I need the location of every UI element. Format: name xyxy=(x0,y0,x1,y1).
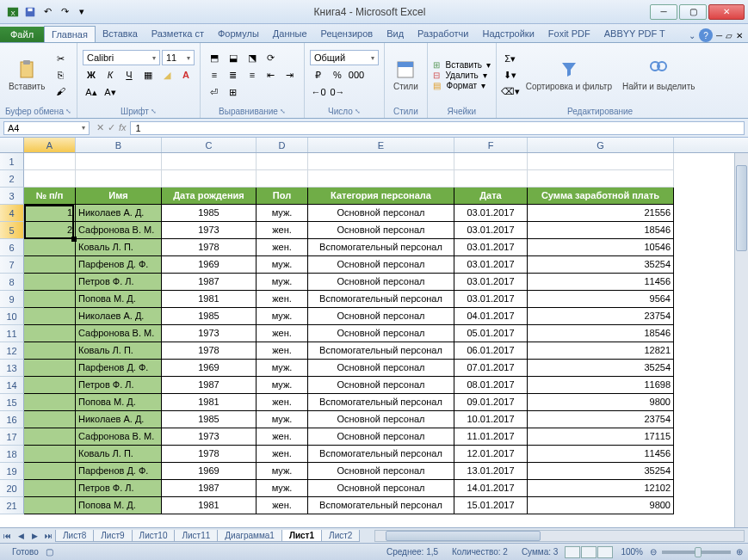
font-name-combo[interactable]: Calibri▾ xyxy=(83,50,160,65)
cell[interactable]: 06.01.2017 xyxy=(454,342,528,360)
cell[interactable]: жен. xyxy=(257,497,308,514)
cell[interactable]: 10.01.2017 xyxy=(454,411,528,428)
row-header-9[interactable]: 9 xyxy=(0,291,24,308)
cell[interactable] xyxy=(24,170,76,188)
cell[interactable]: 35254 xyxy=(528,360,674,377)
align-right-icon[interactable]: ≡ xyxy=(244,67,261,83)
fill-icon[interactable]: ⬇▾ xyxy=(502,67,519,83)
cell[interactable]: Коваль Л. П. xyxy=(76,446,162,463)
cell[interactable]: 23754 xyxy=(528,411,674,428)
increase-font-icon[interactable]: A▴ xyxy=(83,84,100,100)
page-layout-view-button[interactable] xyxy=(581,546,597,558)
cell[interactable]: Петров Ф. Л. xyxy=(76,377,162,394)
autosum-icon[interactable]: Σ▾ xyxy=(502,51,519,66)
cell[interactable]: 11698 xyxy=(528,377,674,394)
zoom-out-button[interactable]: ⊖ xyxy=(650,547,657,557)
cell[interactable]: Основной персонал xyxy=(308,256,454,274)
column-header-A[interactable]: A xyxy=(24,138,76,152)
row-header-7[interactable]: 7 xyxy=(0,256,24,274)
cell[interactable]: Дата рождения xyxy=(162,188,257,205)
cell[interactable]: муж. xyxy=(257,377,308,394)
row-header-21[interactable]: 21 xyxy=(0,497,24,514)
cell[interactable]: Попова М. Д. xyxy=(76,497,162,514)
row-header-6[interactable]: 6 xyxy=(0,239,24,256)
clipboard-dialog-launcher[interactable]: ⤡ xyxy=(65,108,71,115)
row-header-8[interactable]: 8 xyxy=(0,274,24,291)
paste-button[interactable]: Вставить xyxy=(5,58,48,93)
cell[interactable] xyxy=(308,170,454,188)
cell[interactable]: жен. xyxy=(257,325,308,342)
cell[interactable]: 03.01.2017 xyxy=(454,256,528,274)
insert-cells-button[interactable]: ⊞ Вставить ▾ xyxy=(433,60,491,70)
comma-icon[interactable]: 000 xyxy=(348,67,365,83)
cell[interactable] xyxy=(24,394,76,411)
cell[interactable]: 1969 xyxy=(162,256,257,274)
formula-input[interactable]: 1 xyxy=(130,121,745,135)
row-header-1[interactable]: 1 xyxy=(0,153,24,170)
sheet-tab-Лист2[interactable]: Лист2 xyxy=(321,530,360,542)
cell[interactable]: Попова М. Д. xyxy=(76,394,162,411)
cell[interactable]: 1987 xyxy=(162,480,257,497)
cell[interactable]: Имя xyxy=(76,188,162,205)
vertical-scrollbar[interactable] xyxy=(734,153,748,527)
mdi-minimize-icon[interactable]: ─ xyxy=(716,31,722,40)
sheet-tab-Лист10[interactable]: Лист10 xyxy=(132,530,176,542)
align-center-icon[interactable]: ≣ xyxy=(225,67,242,83)
cell[interactable]: 1 xyxy=(24,205,76,222)
cell[interactable]: 12102 xyxy=(528,480,674,497)
increase-indent-icon[interactable]: ⇥ xyxy=(281,67,299,83)
cell[interactable]: 04.01.2017 xyxy=(454,308,528,325)
cell[interactable] xyxy=(24,274,76,291)
cell[interactable] xyxy=(24,446,76,463)
row-header-14[interactable]: 14 xyxy=(0,377,24,394)
row-header-2[interactable]: 2 xyxy=(0,170,24,188)
align-left-icon[interactable]: ≡ xyxy=(206,67,223,83)
row-header-18[interactable]: 18 xyxy=(0,446,24,463)
ribbon-tab-6[interactable]: Вид xyxy=(380,26,411,42)
cell[interactable]: 03.01.2017 xyxy=(454,239,528,256)
cell[interactable]: 23754 xyxy=(528,308,674,325)
cell[interactable]: Николаев А. Д. xyxy=(76,411,162,428)
align-dialog-launcher[interactable]: ⤡ xyxy=(280,108,286,115)
cell[interactable]: Петров Ф. Л. xyxy=(76,274,162,291)
sort-filter-button[interactable]: Сортировка и фильтр xyxy=(522,58,615,93)
cell[interactable]: Вспомогательный персонал xyxy=(308,342,454,360)
italic-button[interactable]: К xyxy=(102,67,119,83)
cell[interactable]: Сафронова В. М. xyxy=(76,428,162,446)
cell[interactable] xyxy=(24,360,76,377)
align-bottom-icon[interactable]: ⬔ xyxy=(244,50,261,65)
cell[interactable]: Основной персонал xyxy=(308,308,454,325)
column-header-D[interactable]: D xyxy=(257,138,308,152)
ribbon-tab-9[interactable]: Foxit PDF xyxy=(541,26,597,42)
cell[interactable] xyxy=(257,170,308,188)
cell[interactable] xyxy=(162,153,257,170)
row-header-3[interactable]: 3 xyxy=(0,188,24,205)
increase-decimal-icon[interactable]: ←0 xyxy=(310,84,327,100)
cell[interactable]: 2 xyxy=(24,222,76,239)
cell[interactable]: 1981 xyxy=(162,497,257,514)
cell[interactable] xyxy=(24,308,76,325)
cell[interactable]: муж. xyxy=(257,308,308,325)
cell[interactable]: Вспомогательный персонал xyxy=(308,446,454,463)
enter-formula-icon[interactable]: ✓ xyxy=(108,122,115,133)
cell[interactable] xyxy=(24,342,76,360)
cell[interactable]: 1985 xyxy=(162,308,257,325)
cell[interactable]: 11.01.2017 xyxy=(454,428,528,446)
cell[interactable]: 03.01.2017 xyxy=(454,205,528,222)
underline-button[interactable]: Ч xyxy=(121,67,138,83)
row-header-12[interactable]: 12 xyxy=(0,342,24,360)
cancel-formula-icon[interactable]: ✕ xyxy=(96,122,104,133)
save-icon[interactable] xyxy=(22,4,38,20)
sheet-tab-Лист1[interactable]: Лист1 xyxy=(281,530,322,542)
cell[interactable]: 12.01.2017 xyxy=(454,446,528,463)
ribbon-tab-0[interactable]: Главная xyxy=(44,26,96,42)
number-dialog-launcher[interactable]: ⤡ xyxy=(355,108,361,115)
cell[interactable]: Парфенов Д. Ф. xyxy=(76,463,162,480)
redo-icon[interactable]: ↷ xyxy=(57,4,72,20)
horizontal-scrollbar[interactable] xyxy=(374,530,745,542)
cell[interactable]: 1981 xyxy=(162,291,257,308)
copy-icon[interactable]: ⎘ xyxy=(52,67,69,83)
cell[interactable]: 1987 xyxy=(162,377,257,394)
cell[interactable] xyxy=(24,480,76,497)
cell[interactable] xyxy=(24,411,76,428)
